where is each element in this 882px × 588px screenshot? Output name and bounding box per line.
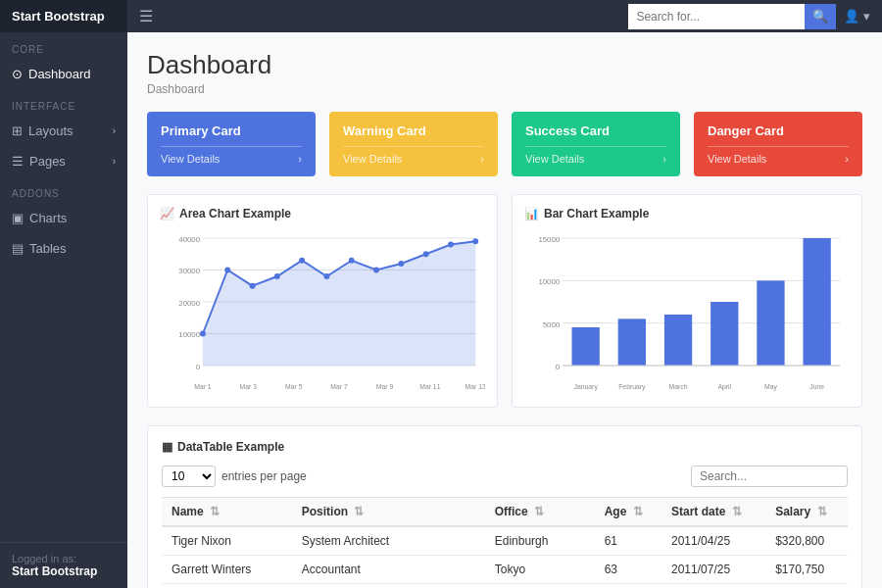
sort-icon: ⇅ bbox=[534, 505, 544, 518]
card-link[interactable]: View Details › bbox=[708, 146, 849, 165]
svg-point-15 bbox=[299, 258, 305, 264]
svg-point-13 bbox=[250, 283, 256, 289]
sort-icon: ⇅ bbox=[633, 505, 643, 518]
svg-point-18 bbox=[373, 268, 379, 273]
layouts-icon: ⊞ bbox=[12, 123, 23, 138]
svg-text:5000: 5000 bbox=[543, 320, 561, 329]
sort-icon: ⇅ bbox=[817, 505, 827, 518]
sidebar-item-left: ▣Charts bbox=[12, 211, 67, 225]
bar-chart: 050001000015000JanuaryFebruaryMarchApril… bbox=[524, 228, 850, 395]
sidebar-item-label: Charts bbox=[29, 211, 67, 225]
table-cell: System Architect bbox=[292, 526, 485, 556]
col-age[interactable]: Age ⇅ bbox=[595, 498, 662, 527]
main-content: Dashboard Dashboard Primary Card View De… bbox=[127, 32, 882, 588]
datatable-icon: ▦ bbox=[162, 440, 172, 454]
sidebar-item-label: Layouts bbox=[28, 123, 74, 138]
dashboard-icon: ⊙ bbox=[12, 67, 23, 81]
page-title: Dashboard bbox=[147, 50, 862, 80]
table-cell: Tiger Nixon bbox=[162, 526, 292, 556]
svg-text:January: January bbox=[574, 383, 599, 391]
svg-rect-38 bbox=[571, 327, 599, 366]
col-start-date[interactable]: Start date ⇅ bbox=[662, 498, 765, 527]
table-cell: Ashton Cox bbox=[162, 584, 292, 589]
table-cell: Garrett Winters bbox=[162, 556, 292, 584]
svg-point-11 bbox=[200, 331, 206, 337]
sidebar-section-core: CORE bbox=[0, 32, 127, 59]
sidebar-item-pages[interactable]: ☰Pages› bbox=[0, 146, 127, 176]
svg-marker-10 bbox=[203, 241, 475, 366]
search-container: 🔍 bbox=[628, 4, 836, 29]
card-title: Primary Card bbox=[161, 123, 302, 138]
tables-icon: ▤ bbox=[12, 241, 24, 256]
bar-chart-icon: 📊 bbox=[524, 207, 539, 220]
sidebar-footer: Logged in as: Start Bootstrap bbox=[0, 542, 127, 588]
search-input[interactable] bbox=[628, 4, 805, 29]
charts-icon: ▣ bbox=[12, 211, 24, 225]
chevron-right-icon: › bbox=[845, 153, 849, 165]
svg-rect-44 bbox=[710, 302, 738, 366]
chevron-right-icon: › bbox=[480, 153, 484, 165]
svg-text:Mar 7: Mar 7 bbox=[330, 383, 348, 390]
svg-rect-42 bbox=[664, 315, 692, 366]
table-cell: $170,750 bbox=[765, 556, 848, 584]
svg-text:0: 0 bbox=[556, 363, 561, 371]
svg-text:15000: 15000 bbox=[538, 235, 560, 244]
svg-text:February: February bbox=[618, 383, 646, 391]
card-link[interactable]: View Details › bbox=[161, 146, 302, 165]
table-cell: Tokyo bbox=[485, 556, 595, 584]
svg-text:Mar 5: Mar 5 bbox=[285, 383, 303, 390]
svg-rect-46 bbox=[757, 280, 784, 366]
area-chart-panel: 📈 Area Chart Example 0100002000030000400… bbox=[147, 194, 498, 408]
sidebar-item-charts[interactable]: ▣Charts bbox=[0, 203, 127, 233]
chevron-right-icon: › bbox=[113, 125, 116, 136]
bar-chart-title: 📊 Bar Chart Example bbox=[524, 207, 850, 220]
svg-point-20 bbox=[423, 251, 429, 257]
table-cell: Edinburgh bbox=[485, 526, 595, 556]
breadcrumb: Dashboard bbox=[147, 82, 862, 96]
svg-text:Mar 1: Mar 1 bbox=[194, 383, 212, 390]
bar-chart-panel: 📊 Bar Chart Example 050001000015000Janua… bbox=[512, 194, 862, 408]
svg-point-12 bbox=[224, 268, 230, 273]
svg-text:Mar 11: Mar 11 bbox=[419, 383, 440, 390]
card-danger: Danger Card View Details › bbox=[694, 112, 862, 176]
card-link-text: View Details bbox=[708, 153, 766, 165]
card-link[interactable]: View Details › bbox=[525, 146, 666, 165]
sidebar-item-left: ⊞Layouts bbox=[12, 123, 74, 138]
datatable-panel: ▦ DataTable Example 10 25 50 entries per… bbox=[147, 425, 862, 588]
user-menu-button[interactable]: 👤 ▾ bbox=[844, 9, 870, 24]
sidebar-item-tables[interactable]: ▤Tables bbox=[0, 233, 127, 264]
col-name[interactable]: Name ⇅ bbox=[162, 498, 292, 527]
svg-text:March: March bbox=[669, 383, 688, 390]
hamburger-icon[interactable]: ☰ bbox=[139, 7, 153, 25]
sidebar-footer-label: Logged in as: bbox=[12, 553, 116, 564]
svg-text:20000: 20000 bbox=[178, 299, 200, 308]
svg-text:May: May bbox=[764, 383, 777, 391]
table-search-input[interactable] bbox=[691, 466, 848, 487]
sidebar-footer-user: Start Bootstrap bbox=[12, 564, 116, 578]
svg-point-14 bbox=[274, 273, 280, 279]
svg-text:10000: 10000 bbox=[178, 330, 200, 339]
col-position[interactable]: Position ⇅ bbox=[292, 498, 485, 527]
cards-row: Primary Card View Details › Warning Card… bbox=[147, 112, 862, 176]
search-button[interactable]: 🔍 bbox=[805, 4, 836, 29]
area-chart-title: 📈 Area Chart Example bbox=[160, 207, 485, 220]
card-title: Danger Card bbox=[708, 123, 849, 138]
col-office[interactable]: Office ⇅ bbox=[485, 498, 595, 527]
sort-icon: ⇅ bbox=[354, 505, 364, 518]
sidebar-item-layouts[interactable]: ⊞Layouts› bbox=[0, 116, 127, 146]
table-row: Tiger NixonSystem ArchitectEdinburgh6120… bbox=[162, 526, 848, 556]
card-link-text: View Details bbox=[343, 153, 402, 165]
entries-control: 10 25 50 entries per page bbox=[162, 466, 307, 487]
svg-text:Mar 3: Mar 3 bbox=[240, 383, 258, 390]
col-salary[interactable]: Salary ⇅ bbox=[765, 498, 848, 527]
entries-select[interactable]: 10 25 50 bbox=[162, 466, 216, 487]
sidebar-item-dashboard[interactable]: ⊙Dashboard bbox=[0, 59, 127, 89]
svg-rect-40 bbox=[618, 318, 646, 366]
svg-text:10000: 10000 bbox=[538, 277, 560, 286]
sidebar-section-addons: ADDONS bbox=[0, 176, 127, 203]
top-navbar: ☰ 🔍 👤 ▾ bbox=[127, 0, 882, 32]
sidebar-item-label: Tables bbox=[29, 241, 67, 256]
card-link[interactable]: View Details › bbox=[343, 146, 484, 165]
svg-point-17 bbox=[349, 258, 355, 264]
table-cell: 2009/01/12 bbox=[662, 584, 765, 589]
